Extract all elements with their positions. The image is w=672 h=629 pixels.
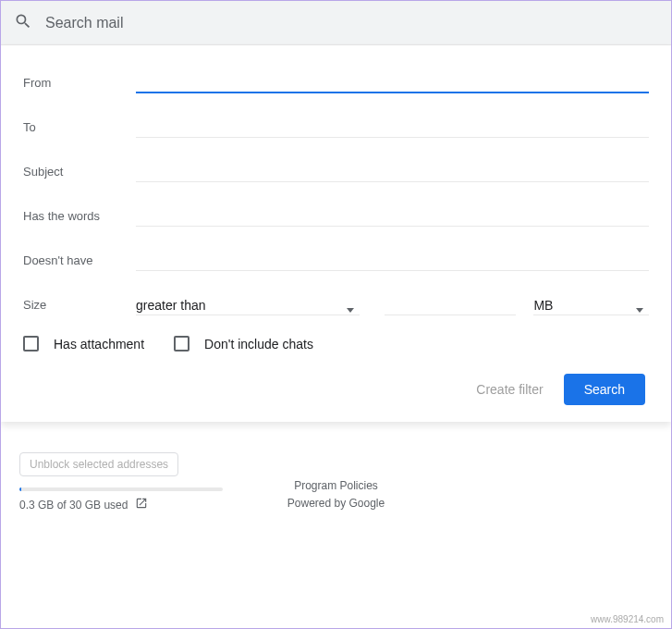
chevron-down-icon	[347, 308, 354, 313]
has-attachment-label: Has attachment	[54, 337, 144, 352]
footer: 0.3 GB of 30 GB used Program Policies Po…	[1, 477, 671, 512]
doesnt-have-label: Doesn't have	[23, 253, 136, 271]
size-comparator-value: greater than	[136, 298, 347, 313]
unblock-button[interactable]: Unblock selected addresses	[19, 452, 178, 476]
search-button[interactable]: Search	[564, 374, 645, 405]
size-comparator-select[interactable]: greater than	[136, 291, 360, 315]
dont-include-chats-checkbox[interactable]	[174, 336, 189, 352]
search-input-placeholder[interactable]: Search mail	[45, 15, 123, 31]
from-label: From	[23, 76, 136, 93]
has-attachment-checkbox[interactable]	[23, 336, 39, 352]
open-in-new-icon[interactable]	[135, 497, 148, 512]
search-bar: Search mail	[1, 1, 671, 45]
subject-label: Subject	[23, 165, 136, 182]
has-words-input[interactable]	[136, 203, 649, 227]
size-unit-value: MB	[533, 298, 636, 313]
from-input[interactable]	[136, 69, 649, 93]
to-label: To	[23, 120, 136, 138]
to-input[interactable]	[136, 114, 649, 138]
create-filter-link[interactable]: Create filter	[476, 382, 543, 397]
storage-text: 0.3 GB of 30 GB used	[19, 499, 128, 512]
doesnt-have-input[interactable]	[136, 247, 649, 271]
size-unit-select[interactable]: MB	[533, 291, 649, 315]
size-label: Size	[23, 298, 136, 315]
storage-bar	[19, 487, 223, 491]
chevron-down-icon	[636, 308, 643, 313]
size-value-input[interactable]	[385, 291, 516, 315]
powered-by-text: Powered by Google	[287, 495, 385, 512]
search-icon[interactable]	[14, 12, 32, 34]
watermark: www.989214.com	[591, 614, 664, 624]
has-words-label: Has the words	[23, 209, 136, 227]
advanced-search-panel: From To Subject Has the words Doesn't ha…	[1, 45, 671, 422]
dont-include-chats-label: Don't include chats	[204, 337, 313, 352]
program-policies-link[interactable]: Program Policies	[287, 477, 385, 495]
storage-fill	[19, 487, 21, 491]
subject-input[interactable]	[136, 158, 649, 182]
